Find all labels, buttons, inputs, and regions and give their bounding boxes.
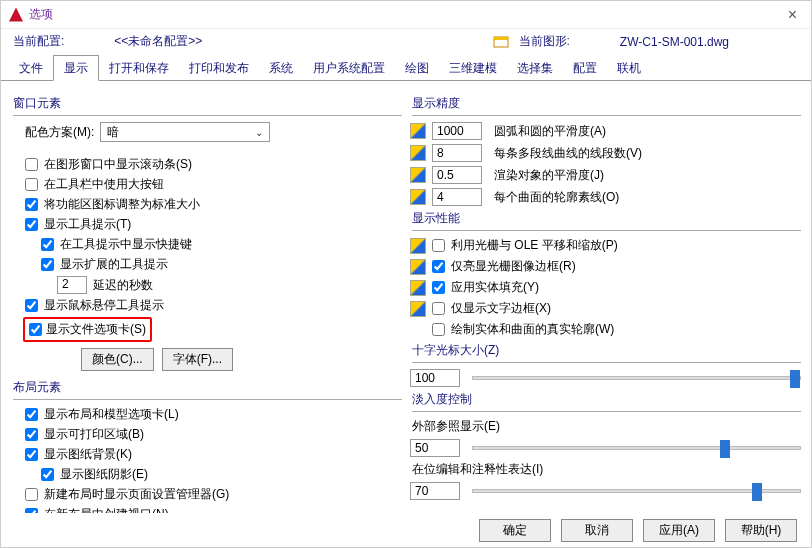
tab-display[interactable]: 显示	[53, 55, 99, 81]
tab-3d[interactable]: 三维建模	[439, 56, 507, 80]
cb-layout-label: 显示布局和模型选项卡(L)	[44, 406, 179, 423]
right-column: 显示精度 1000圆弧和圆的平滑度(A) 8每条多段线曲线的线段数(V) 0.5…	[410, 91, 801, 526]
cb-shadow-label: 显示图纸阴影(E)	[60, 466, 148, 483]
cb-shortcut-label: 在工具提示中显示快捷键	[60, 236, 192, 253]
cb-shadow[interactable]	[41, 468, 54, 481]
drawing-setting-icon	[410, 123, 426, 139]
cb-panzoom[interactable]	[432, 239, 445, 252]
color-scheme-combo[interactable]: 暗 ⌄	[100, 122, 270, 142]
tab-draft[interactable]: 绘图	[395, 56, 439, 80]
drawing-setting-icon	[410, 301, 426, 317]
cb-hover-label: 显示鼠标悬停工具提示	[44, 297, 164, 314]
cb-paper-label: 显示图纸背景(K)	[44, 446, 132, 463]
config-row: 当前配置: <<未命名配置>> 当前图形: ZW-C1-SM-001.dwg	[1, 29, 811, 54]
tab-strip: 文件 显示 打开和保存 打印和发布 系统 用户系统配置 绘图 三维建模 选择集 …	[1, 54, 811, 81]
svg-rect-1	[494, 37, 508, 40]
xref-fade-label: 外部参照显示(E)	[412, 418, 801, 435]
current-config-value: <<未命名配置>>	[114, 33, 202, 50]
cb-filetabs[interactable]	[29, 323, 42, 336]
footer: 确定 取消 应用(A) 帮助(H)	[1, 513, 811, 547]
cb-printable[interactable]	[25, 428, 38, 441]
group-fade: 淡入度控制	[412, 391, 801, 412]
inplace-fade-label: 在位编辑和注释性表达(I)	[412, 461, 801, 478]
cb-silhouette-label: 绘制实体和曲面的真实轮廓(W)	[451, 321, 614, 338]
contour-label: 每个曲面的轮廓素线(O)	[494, 189, 619, 206]
colors-button[interactable]: 颜色(C)...	[81, 348, 154, 371]
cb-raster-frame[interactable]	[432, 260, 445, 273]
drawing-setting-icon	[410, 280, 426, 296]
cb-text-frame[interactable]	[432, 302, 445, 315]
polyline-seg-input[interactable]: 8	[432, 144, 482, 162]
tab-system[interactable]: 系统	[259, 56, 303, 80]
cb-exttips-label: 显示扩展的工具提示	[60, 256, 168, 273]
drawing-setting-icon	[410, 145, 426, 161]
drawing-setting-icon	[410, 259, 426, 275]
cb-bigbtn[interactable]	[25, 178, 38, 191]
ok-button[interactable]: 确定	[479, 519, 551, 542]
options-dialog: 选项 × 当前配置: <<未命名配置>> 当前图形: ZW-C1-SM-001.…	[0, 0, 812, 548]
cancel-button[interactable]: 取消	[561, 519, 633, 542]
group-window-elements: 窗口元素	[13, 95, 402, 116]
current-drawing-label: 当前图形:	[519, 33, 570, 50]
cb-scrollbars[interactable]	[25, 158, 38, 171]
cb-solidfill-label: 应用实体填充(Y)	[451, 279, 539, 296]
cb-silhouette[interactable]	[432, 323, 445, 336]
group-layout-elements: 布局元素	[13, 379, 402, 400]
titlebar: 选项 ×	[1, 1, 811, 29]
cb-solidfill[interactable]	[432, 281, 445, 294]
cb-text-frame-label: 仅显示文字边框(X)	[451, 300, 551, 317]
drawing-setting-icon	[410, 238, 426, 254]
app-logo-icon	[9, 8, 23, 22]
color-scheme-label: 配色方案(M):	[25, 124, 94, 141]
chevron-down-icon: ⌄	[255, 127, 269, 138]
drawing-setting-icon	[410, 167, 426, 183]
crosshair-input[interactable]: 100	[410, 369, 460, 387]
arc-smooth-input[interactable]: 1000	[432, 122, 482, 140]
xref-fade-input[interactable]: 50	[410, 439, 460, 457]
cb-bigbtn-label: 在工具栏中使用大按钮	[44, 176, 164, 193]
highlighted-option: 显示文件选项卡(S)	[23, 317, 152, 342]
cb-tooltips[interactable]	[25, 218, 38, 231]
cb-printable-label: 显示可打印区域(B)	[44, 426, 144, 443]
drawing-setting-icon	[410, 189, 426, 205]
tab-online[interactable]: 联机	[607, 56, 651, 80]
tab-select[interactable]: 选择集	[507, 56, 563, 80]
help-button[interactable]: 帮助(H)	[725, 519, 797, 542]
drawing-icon	[493, 34, 509, 50]
apply-button[interactable]: 应用(A)	[643, 519, 715, 542]
delay-input[interactable]: 2	[57, 276, 87, 294]
render-smooth-input[interactable]: 0.5	[432, 166, 482, 184]
cb-scrollbars-label: 在图形窗口中显示滚动条(S)	[44, 156, 192, 173]
render-smooth-label: 渲染对象的平滑度(J)	[494, 167, 604, 184]
cb-layout[interactable]	[25, 408, 38, 421]
tab-files[interactable]: 文件	[9, 56, 53, 80]
cb-ribbonstd[interactable]	[25, 198, 38, 211]
cb-filetabs-label: 显示文件选项卡(S)	[46, 321, 146, 338]
cb-paper[interactable]	[25, 448, 38, 461]
tab-open-save[interactable]: 打开和保存	[99, 56, 179, 80]
crosshair-slider[interactable]	[472, 376, 801, 380]
current-drawing-value: ZW-C1-SM-001.dwg	[620, 35, 729, 49]
left-column: 窗口元素 配色方案(M): 暗 ⌄ 在图形窗口中显示滚动条(S) 在工具栏中使用…	[11, 91, 402, 526]
window-title: 选项	[29, 6, 53, 23]
arc-smooth-label: 圆弧和圆的平滑度(A)	[494, 123, 606, 140]
tab-user[interactable]: 用户系统配置	[303, 56, 395, 80]
close-icon[interactable]: ×	[782, 4, 803, 26]
group-display-perf: 显示性能	[412, 210, 801, 231]
group-display-res: 显示精度	[412, 95, 801, 116]
cb-shortcut[interactable]	[41, 238, 54, 251]
delay-label: 延迟的秒数	[93, 277, 153, 294]
xref-fade-slider[interactable]	[472, 446, 801, 450]
fonts-button[interactable]: 字体(F)...	[162, 348, 233, 371]
inplace-fade-input[interactable]: 70	[410, 482, 460, 500]
cb-exttips[interactable]	[41, 258, 54, 271]
inplace-fade-slider[interactable]	[472, 489, 801, 493]
tab-plot[interactable]: 打印和发布	[179, 56, 259, 80]
tab-profiles[interactable]: 配置	[563, 56, 607, 80]
contour-input[interactable]: 4	[432, 188, 482, 206]
cb-pagesetup-label: 新建布局时显示页面设置管理器(G)	[44, 486, 229, 503]
content-area: 窗口元素 配色方案(M): 暗 ⌄ 在图形窗口中显示滚动条(S) 在工具栏中使用…	[1, 81, 811, 536]
cb-hover[interactable]	[25, 299, 38, 312]
cb-pagesetup[interactable]	[25, 488, 38, 501]
color-scheme-value: 暗	[107, 124, 119, 141]
